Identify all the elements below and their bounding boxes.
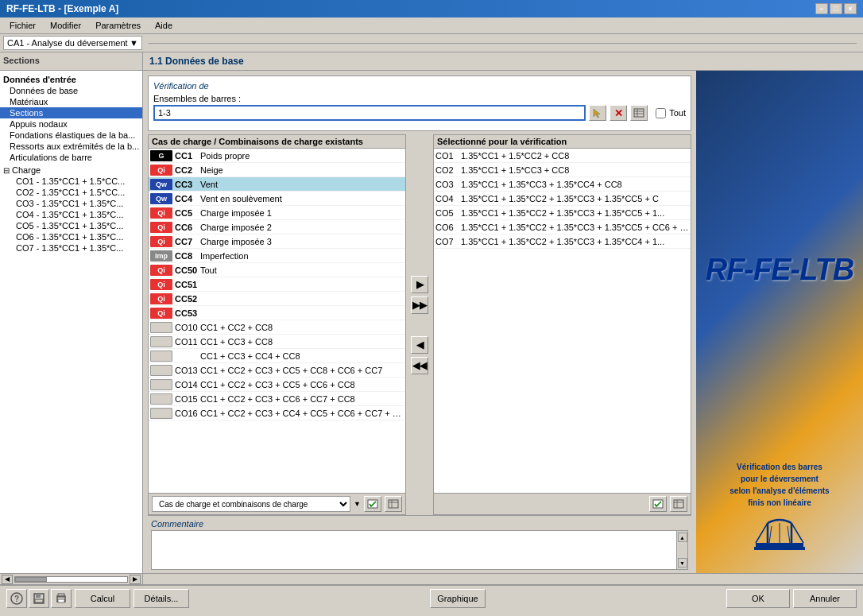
details-button[interactable]: Détails... [134,589,189,608]
list-item[interactable]: Qi CC2 Neige [149,163,405,177]
svg-rect-10 [674,500,683,508]
selected-item[interactable]: CO4 1.35*CC1 + 1.35*CC2 + 1.35*CC3 + 1.3… [434,192,691,206]
selected-check-button[interactable] [649,496,667,512]
tag-qi: Qi [150,279,172,290]
filter-dropdown[interactable]: Cas de charge et combinaisons de charge [152,496,350,512]
table-icon-button[interactable] [630,105,648,121]
print-button[interactable] [51,589,72,608]
help-button[interactable]: ? [6,589,27,608]
check-all-button[interactable] [364,496,381,512]
load-list-panel: Cas de charge / Combinaisons de charge e… [148,134,406,515]
list-item[interactable]: Qw CC3 Vent [149,177,405,192]
tree-charge-group[interactable]: ⊟ Charge [0,165,142,176]
selected-item[interactable]: CO6 1.35*CC1 + 1.35*CC2 + 1.35*CC3 + 1.3… [434,220,691,234]
list-item[interactable]: CO14 CC1 + CC2 + CC3 + CC5 + CC6 + CC8 [149,378,405,392]
list-item[interactable]: Imp CC8 Imperfection [149,249,405,263]
left-panel: Données d'entrée Données de base Matéria… [0,71,143,573]
selected-label: 1.35*CC1 + 1.5*CC2 + CC8 [461,151,569,161]
scroll-down-button[interactable]: ▼ [678,558,687,568]
save-button[interactable] [29,589,49,608]
selected-id: CO6 [435,223,461,232]
remove-one-button[interactable]: ◀ [411,336,428,354]
selected-label: 1.35*CC1 + 1.35*CC2 + 1.35*CC3 + 1.35*CC… [461,237,664,246]
tag-co [150,393,172,405]
item-label: CC1 + CC2 + CC8 [200,323,273,332]
item-id: CC4 [175,194,200,203]
tree-co3[interactable]: CO3 - 1.35*CC1 + 1.35*C... [0,198,142,209]
list-item[interactable]: G CC1 Poids propre [149,149,405,163]
selected-item[interactable]: CO1 1.35*CC1 + 1.5*CC2 + CC8 [434,149,691,163]
selected-item[interactable]: CO2 1.35*CC1 + 1.5*CC3 + CC8 [434,163,691,177]
tree-ressorts[interactable]: Ressorts aux extrémités de la b... [0,141,142,152]
menu-modifier[interactable]: Modifier [44,19,87,32]
scroll-right-button[interactable]: ▶ [130,575,141,584]
list-item[interactable]: CO16 CC1 + CC2 + CC3 + CC4 + CC5 + CC6 +… [149,406,405,420]
tree-donnees-base[interactable]: Données de base [0,85,142,96]
tout-checkbox-row: Tout [656,108,686,118]
selected-item[interactable]: CO3 1.35*CC1 + 1.35*CC3 + 1.35*CC4 + CC8 [434,177,691,192]
add-all-button[interactable]: ▶▶ [411,296,428,314]
list-item[interactable]: Qi CC51 [149,277,405,292]
list-item[interactable]: Qi CC6 Charge imposée 2 [149,220,405,234]
list-item[interactable]: Qi CC50 Tout [149,263,405,277]
scroll-up-button[interactable]: ▲ [678,533,687,542]
tree-co6[interactable]: CO6 - 1.35*CC1 + 1.35*C... [0,231,142,242]
check-icon [652,499,664,509]
list-item[interactable]: CO10 CC1 + CC2 + CC8 [149,320,405,335]
item-label: Charge imposée 1 [200,208,272,218]
select-icon-button[interactable] [589,105,606,121]
item-label: CC1 + CC2 + CC3 + CC5 + CC6 + CC8 [200,380,355,389]
tree-appuis-nodaux[interactable]: Appuis nodaux [0,118,142,130]
menu-fichier[interactable]: Fichier [3,19,42,32]
tree-sections[interactable]: Sections [0,107,142,118]
analysis-dropdown[interactable]: CA1 - Analyse du déversement ▼ [3,36,142,50]
h-scrollbar-thumb[interactable] [15,577,47,582]
list-item[interactable]: CO11 CC1 + CC3 + CC8 [149,335,405,349]
tree-co1[interactable]: CO1 - 1.35*CC1 + 1.5*CC... [0,176,142,187]
selected-table-button[interactable] [670,496,687,512]
tree-fondations[interactable]: Fondations élastiques de la ba... [0,130,142,141]
menu-parametres[interactable]: Paramètres [89,19,147,32]
selected-item[interactable]: CO7 1.35*CC1 + 1.35*CC2 + 1.35*CC3 + 1.3… [434,234,691,249]
calcul-button[interactable]: Calcul [75,589,130,608]
scroll-left-button[interactable]: ◀ [2,575,13,584]
load-case-area: Cas de charge / Combinaisons de charge e… [148,134,691,515]
ensembles-input[interactable] [153,105,586,121]
tree-co4[interactable]: CO4 - 1.35*CC1 + 1.35*C... [0,209,142,220]
comment-input[interactable] [152,531,676,567]
tree-materiaux[interactable]: Matériaux [0,96,142,107]
annuler-button[interactable]: Annuler [793,589,857,608]
list-item[interactable]: Qi CC7 Charge imposée 3 [149,234,405,249]
clear-icon-button[interactable]: ✕ [610,105,627,121]
tree-articulations[interactable]: Articulations de barre [0,152,142,163]
graphique-button[interactable]: Graphique [430,589,486,608]
list-item[interactable]: CO13 CC1 + CC2 + CC3 + CC5 + CC8 + CC6 +… [149,363,405,378]
close-button[interactable]: × [844,3,857,14]
svg-line-16 [756,523,768,543]
tree-co5[interactable]: CO5 - 1.35*CC1 + 1.35*C... [0,220,142,231]
remove-all-button[interactable]: ◀◀ [411,357,428,374]
tout-checkbox[interactable] [656,108,666,118]
list-item[interactable]: Qi CC52 [149,292,405,306]
list-item[interactable]: Qw CC4 Vent en soulèvement [149,192,405,206]
list-item[interactable]: CC1 + CC3 + CC4 + CC8 [149,349,405,363]
list-item[interactable]: Qi CC53 [149,306,405,320]
add-one-button[interactable]: ▶ [411,276,428,293]
tag-qi: Qi [150,165,172,176]
svg-rect-13 [756,543,803,547]
table-view-button[interactable] [385,496,402,512]
tree-co7[interactable]: CO7 - 1.35*CC1 + 1.35*C... [0,242,142,254]
ensembles-row: ✕ [153,105,686,121]
selected-item[interactable]: CO5 1.35*CC1 + 1.35*CC2 + 1.35*CC3 + 1.3… [434,206,691,220]
menu-aide[interactable]: Aide [149,19,179,32]
tree-co2[interactable]: CO2 - 1.35*CC1 + 1.5*CC... [0,187,142,198]
selected-id: CO7 [435,237,461,246]
tout-label[interactable]: Tout [669,108,686,118]
maximize-button[interactable]: □ [830,3,842,14]
minimize-button[interactable]: − [815,3,828,14]
list-item[interactable]: Qi CC5 Charge imposée 1 [149,206,405,220]
ok-button[interactable]: OK [726,589,790,608]
list-item[interactable]: CO15 CC1 + CC2 + CC3 + CC6 + CC7 + CC8 [149,392,405,406]
item-label: Charge imposée 2 [200,223,272,232]
selected-id: CO4 [435,194,461,203]
